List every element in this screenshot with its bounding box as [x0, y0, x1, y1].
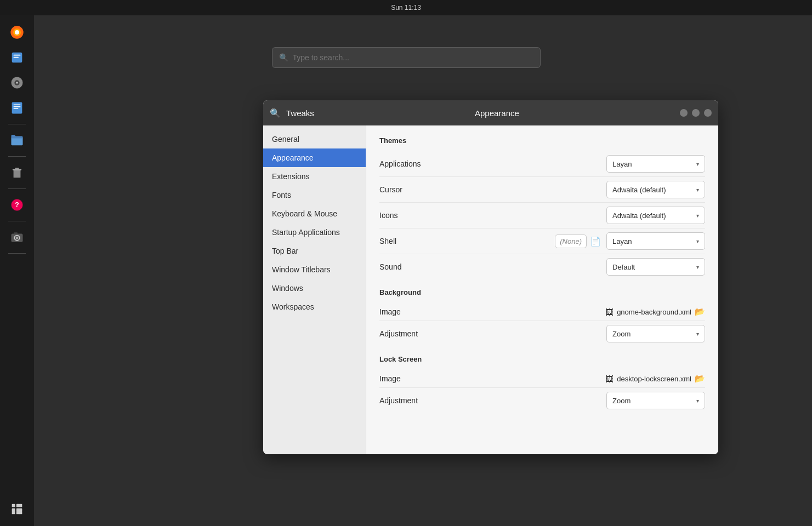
lock-adjustment-dropdown-arrow: ▾	[696, 398, 699, 404]
lock-image-label: Image	[379, 374, 595, 383]
svg-rect-11	[14, 106, 21, 107]
shell-row: Shell (None) 📄 Layan ▾	[379, 228, 705, 254]
applications-value: Layan ▾	[595, 155, 705, 173]
dock-item-disk[interactable]	[5, 71, 29, 94]
camera-icon	[9, 230, 25, 245]
applications-dropdown-arrow: ▾	[696, 161, 699, 167]
icons-row: Icons Adwaita (default) ▾	[379, 203, 705, 228]
svg-point-8	[16, 82, 18, 84]
svg-rect-10	[14, 105, 21, 105]
search-input[interactable]	[293, 53, 533, 62]
lock-adjustment-dropdown[interactable]: Zoom ▾	[606, 392, 705, 409]
window-section-title: Appearance	[314, 108, 680, 118]
window-body: General Appearance Extensions Fonts Keyb…	[263, 125, 718, 454]
cursor-row: Cursor Adwaita (default) ▾	[379, 177, 705, 203]
dock-item-trash[interactable]	[5, 161, 29, 184]
icons-label: Icons	[379, 211, 595, 220]
shell-dropdown-arrow: ▾	[696, 238, 699, 244]
dock-item-apps[interactable]	[5, 498, 29, 521]
dock-separator-5	[8, 253, 26, 254]
sound-label: Sound	[379, 262, 595, 271]
cursor-label: Cursor	[379, 185, 595, 194]
dock-item-files[interactable]	[5, 129, 29, 152]
sidebar-item-appearance[interactable]: Appearance	[263, 148, 366, 167]
lock-image-file-icon: 🖼	[605, 374, 614, 384]
icons-value: Adwaita (default) ▾	[595, 207, 705, 224]
bg-adjustment-row: Adjustment Zoom ▾	[379, 321, 705, 346]
sidebar-item-fonts[interactable]: Fonts	[263, 186, 366, 204]
dock-item-help[interactable]: ?	[5, 193, 29, 216]
lock-image-value: 🖼 desktop-lockscreen.xml 📂	[595, 374, 705, 384]
sidebar-item-windows[interactable]: Windows	[263, 279, 366, 298]
cursor-dropdown-arrow: ▾	[696, 187, 699, 193]
lockscreen-section: Lock Screen Image 🖼 desktop-lockscreen.x…	[379, 355, 705, 413]
svg-rect-29	[12, 511, 15, 514]
tweaks-app-title: Tweaks	[286, 108, 314, 118]
sound-dropdown-arrow: ▾	[696, 264, 699, 270]
svg-rect-25	[19, 504, 22, 507]
top-bar: Sun 11:13	[0, 0, 812, 15]
search-titlebar-icon: 🔍	[270, 108, 281, 118]
svg-rect-12	[14, 108, 19, 109]
lock-image-open-icon[interactable]: 📂	[695, 374, 705, 384]
lock-adjustment-value: Zoom ▾	[595, 392, 705, 409]
help-icon: ?	[9, 197, 25, 213]
bg-adjustment-label: Adjustment	[379, 329, 595, 338]
tweaks-title-area: 🔍 Tweaks	[270, 108, 314, 118]
clock: Sun 11:13	[391, 4, 421, 12]
icons-dropdown[interactable]: Adwaita (default) ▾	[606, 207, 705, 224]
sidebar-item-startup-applications[interactable]: Startup Applications	[263, 223, 366, 242]
lock-image-row: Image 🖼 desktop-lockscreen.xml 📂	[379, 370, 705, 388]
sidebar: General Appearance Extensions Fonts Keyb…	[263, 125, 366, 454]
content-area: Themes Applications Layan ▾ Cur	[366, 125, 718, 454]
dock-item-camera[interactable]	[5, 226, 29, 249]
svg-point-22	[16, 237, 19, 239]
applications-dropdown[interactable]: Layan ▾	[606, 155, 705, 173]
maximize-button[interactable]	[692, 109, 700, 117]
svg-rect-20	[14, 232, 18, 234]
svg-rect-31	[19, 511, 22, 514]
svg-rect-9	[12, 102, 22, 114]
sidebar-item-window-titlebars[interactable]: Window Titlebars	[263, 260, 366, 279]
minimize-button[interactable]	[680, 109, 688, 117]
themes-heading: Themes	[379, 136, 705, 145]
bg-image-row: Image 🖼 gnome-background.xml 📂	[379, 303, 705, 321]
svg-text:?: ?	[15, 201, 19, 209]
sound-dropdown[interactable]: Default ▾	[606, 258, 705, 276]
writer-icon	[9, 100, 25, 116]
dock-separator-1	[8, 124, 26, 124]
dock-separator-2	[8, 156, 26, 157]
disk-icon	[9, 75, 25, 90]
shell-dropdown[interactable]: Layan ▾	[606, 232, 705, 250]
lock-adjustment-label: Adjustment	[379, 396, 595, 405]
sound-value: Default ▾	[595, 258, 705, 276]
icons-dropdown-arrow: ▾	[696, 213, 699, 219]
files-icon	[9, 133, 25, 148]
tweaks-window: 🔍 Tweaks Appearance General Appearance	[263, 100, 718, 454]
lockscreen-heading: Lock Screen	[379, 355, 705, 363]
shell-label: Shell	[379, 237, 555, 245]
sidebar-item-top-bar[interactable]: Top Bar	[263, 242, 366, 260]
svg-rect-15	[13, 169, 21, 170]
dock-item-writer[interactable]	[5, 96, 29, 119]
dock-separator-4	[8, 221, 26, 221]
sidebar-item-keyboard-mouse[interactable]: Keyboard & Mouse	[263, 204, 366, 223]
bg-image-file: 🖼 gnome-background.xml 📂	[605, 307, 705, 317]
dock: ?	[0, 15, 34, 526]
cursor-dropdown[interactable]: Adwaita (default) ▾	[606, 181, 705, 198]
sidebar-item-general[interactable]: General	[263, 130, 366, 148]
search-bar[interactable]: 🔍	[272, 47, 541, 68]
close-button[interactable]	[704, 109, 712, 117]
sidebar-item-extensions[interactable]: Extensions	[263, 167, 366, 186]
search-bar-wrap: 🔍	[0, 31, 812, 68]
dock-separator-3	[8, 188, 26, 189]
lock-adjustment-row: Adjustment Zoom ▾	[379, 388, 705, 413]
bg-adjustment-dropdown[interactable]: Zoom ▾	[606, 325, 705, 342]
svg-rect-23	[12, 504, 15, 507]
sidebar-item-workspaces[interactable]: Workspaces	[263, 298, 366, 316]
themes-section: Themes Applications Layan ▾ Cur	[379, 136, 705, 279]
applications-row: Applications Layan ▾	[379, 151, 705, 177]
cursor-value: Adwaita (default) ▾	[595, 181, 705, 198]
bg-image-open-icon[interactable]: 📂	[695, 307, 705, 317]
bg-image-file-icon: 🖼	[605, 307, 614, 317]
